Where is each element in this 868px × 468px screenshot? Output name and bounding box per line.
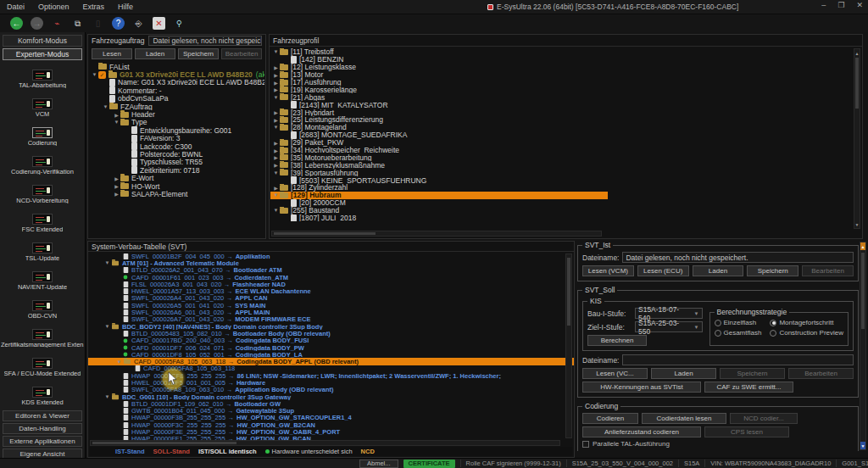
help-icon[interactable]: ? (112, 17, 125, 30)
tree-row[interactable]: ▼FZAuftrag (89, 103, 264, 110)
menu-extras[interactable]: Extras (76, 2, 112, 12)
tree-row[interactable]: ▶E-Wort (89, 174, 264, 181)
expander-icon[interactable]: ▼ (272, 49, 280, 54)
tree-row[interactable]: FAList (89, 63, 264, 70)
sidebar-bottom-editoren-viewer[interactable]: Editoren & Viewer (3, 410, 82, 421)
sidebar-bottom-externe-applikationen[interactable]: Externe Applikationen (3, 436, 82, 447)
expander-icon[interactable]: ▼ (113, 120, 120, 125)
tree-row[interactable]: ▶[17] Ausführung (270, 79, 608, 86)
tree-row[interactable]: [1807] JULI_2018 (270, 214, 608, 222)
svt-row[interactable]: CAFD_00005FA8_105_063_118 (88, 365, 574, 372)
expander-icon[interactable]: ▼ (103, 260, 111, 265)
expander-icon[interactable]: ▼ (115, 359, 123, 365)
expander-icon[interactable]: ▶ (272, 148, 280, 153)
svt-row[interactable]: HWEL_00001DF5_001_001_005→Hardware (88, 379, 574, 386)
profil-vscrollbar[interactable]: ▲ ▼ (854, 48, 860, 229)
anlieferzustand-button[interactable]: Anlieferzustand codieren (582, 426, 701, 437)
tree-row[interactable]: ▶[34] Hochvoltspeicher_Reichweite (270, 147, 608, 154)
tree-row[interactable]: ▶HO-Wort (89, 182, 264, 190)
svt-row[interactable]: SWFL_000026A5_001_041_020→SYS MAIN (88, 302, 574, 309)
scroll-up-icon[interactable]: ▲ (860, 242, 865, 250)
forward-icon[interactable]: → (31, 17, 43, 30)
tree-row[interactable]: ▶[23] Hybridart (270, 109, 608, 116)
berechnen-button[interactable]: Berechnen (587, 335, 647, 346)
tree-row[interactable]: Zeitkriterium: 0718 (89, 166, 264, 174)
window-vscrollbar[interactable]: ▲ ▼ (860, 242, 866, 450)
expander-icon[interactable]: ▼ (272, 170, 280, 176)
expander-icon[interactable]: ▶ (272, 154, 280, 160)
svt-vscrollbar[interactable] (565, 254, 572, 438)
tree-row[interactable]: ▶[25] Leistungsdifferenzierung (270, 116, 608, 124)
tree-row[interactable]: ▶[35] Motorueberarbeitung (270, 153, 608, 161)
svt-row[interactable]: CAFD_000017BD_200_040_003→Codingdata BOD… (88, 337, 574, 344)
soll-speichern-button[interactable]: Speichern (720, 368, 785, 379)
close-button[interactable]: ✕ (856, 1, 863, 9)
expander-icon[interactable]: ▶ (272, 117, 280, 123)
profil-hscrollbar[interactable] (271, 231, 602, 237)
tree-row[interactable]: ▶Header (89, 110, 264, 118)
table-close-icon[interactable]: ✕ (153, 17, 165, 30)
tree-row[interactable]: [5503] KEINE_SPORTAUSFUEHRUNG (270, 176, 608, 184)
bearbeiten-button[interactable]: Bearbeiten (802, 265, 854, 276)
laden-button[interactable]: Laden (135, 48, 175, 59)
menu-optionen[interactable]: Optionen (31, 2, 76, 12)
lesen-ecu-button[interactable]: Lesen (ECU) (637, 265, 689, 276)
tree-row[interactable]: Typschlussel: TR55 (89, 159, 264, 166)
scroll-up-icon[interactable]: ▲ (854, 49, 860, 57)
menu-hilfe[interactable]: Hilfe (111, 2, 140, 12)
sidebar-item-tal-abarbeitung[interactable]: TAL-Abarbeitung (3, 64, 82, 93)
expander-icon[interactable]: ▼ (272, 208, 280, 213)
svt-row[interactable]: CAFD_00001F61_001_023_003→Codierdaten_AT… (88, 274, 574, 281)
bau-i-stufe-dropdown[interactable]: S15A-18-07-540▼ (635, 308, 703, 319)
tree-row[interactable]: [2683] MONTAGE_SUEDAFRIKA (270, 131, 608, 139)
radio-icon[interactable] (770, 330, 776, 337)
tree-row[interactable]: obdCvnSaLaPa (89, 95, 264, 103)
abmelden-button[interactable]: Abmel... (359, 460, 398, 468)
svt-row[interactable]: HWAP_00000F3C_255_255_255→HW_OPTION_GW_B… (88, 421, 574, 428)
menu-datei[interactable]: Datei (0, 2, 31, 12)
svt-soll-dateiname-field[interactable] (622, 354, 854, 365)
expander-icon[interactable]: ▶ (113, 112, 120, 118)
expander-icon[interactable]: ▶ (113, 183, 120, 189)
svt-row[interactable]: BTLD_000026A2_001_043_070→Bootloader ATM (88, 267, 574, 274)
sidebar-item-codierung-verifikation[interactable]: Codierung-Verifikation (3, 151, 82, 180)
laden-button[interactable]: Laden (693, 265, 744, 276)
svt-row[interactable]: SWFL_00005FA8_109_063_010→Application Bo… (88, 387, 574, 393)
exit-icon[interactable]: ⎆ (132, 17, 145, 30)
maximize-button[interactable]: ❐ (837, 1, 844, 9)
svt-row[interactable]: CAFD_00001DF8_105_052_001→Codingdata BOD… (88, 351, 574, 358)
tree-row[interactable]: [2143] MIT_KATALYSATOR (270, 101, 608, 109)
sidebar-item-codierung[interactable]: Codierung (3, 122, 82, 151)
sidebar-item-zertifikatsmanagement-exten-[interactable]: Zertifikatsmanagement Exten... (3, 324, 82, 353)
ziel-i-stufe-dropdown[interactable]: S15A-25-03-550▼ (635, 321, 703, 332)
tree-row[interactable]: [142] BENZIN (270, 56, 608, 64)
expander-icon[interactable]: ▶ (113, 176, 120, 181)
scroll-down-icon[interactable]: ▼ (860, 442, 865, 449)
tree-row[interactable]: ▶[38] Lebenszyklusmaßnahme (270, 161, 608, 169)
strategie-radio-construction-preview[interactable]: Construction Preview (770, 329, 843, 337)
radio-icon[interactable] (715, 320, 721, 326)
tree-row[interactable]: ▶[13] Motor (270, 71, 608, 79)
tree-row[interactable]: ▼[255] Baustand (270, 207, 608, 214)
speichern-button[interactable]: Speichern (178, 48, 219, 59)
document-dim-icon[interactable]: ▯ (92, 17, 104, 30)
sidebar-item-obd-cvn[interactable]: OBD-CVN (3, 295, 82, 324)
svt-hscrollbar[interactable] (90, 440, 560, 446)
tree-row[interactable]: ▼[39] Sportausführung (270, 169, 608, 176)
tree-row[interactable]: Entwicklungsbaureihe: G001 (89, 126, 264, 134)
sidebar-item-fsc-extended[interactable]: FSC Extended (3, 209, 82, 237)
tree-row[interactable]: [20] 2000CCM (270, 199, 608, 207)
svt-row[interactable]: FLSL_000026A3_001_043_020→Flashheader NA… (88, 281, 574, 287)
svt-row[interactable]: HWAP_00000F3B_255_255_255→HW_OPTION_GW_S… (88, 415, 574, 421)
svt-row[interactable]: SWFL_00001B2F_004_045_000→Applikation (88, 253, 574, 259)
tree-row[interactable]: ▼Type (89, 119, 264, 126)
svt-row[interactable]: HWAP_00001CF8_255_255_255→86 LIN/i; NSW … (88, 372, 574, 379)
expander-icon[interactable]: ▼ (102, 104, 109, 109)
mode-button-komfort-modus[interactable]: Komfort-Modus (3, 35, 82, 47)
tree-row[interactable]: Polstercode: BWNL (89, 150, 264, 158)
strategie-radio-einzelflash[interactable]: Einzelflash (715, 319, 762, 326)
sidebar-item-sfa-ecu-mode-extended[interactable]: SFA / ECU-Mode Extended (3, 353, 82, 382)
expander-icon[interactable]: ▼ (272, 125, 280, 130)
tree-row[interactable]: ▶[19] Karosserielänge (270, 86, 608, 93)
expander-icon[interactable]: ▼ (272, 192, 280, 198)
